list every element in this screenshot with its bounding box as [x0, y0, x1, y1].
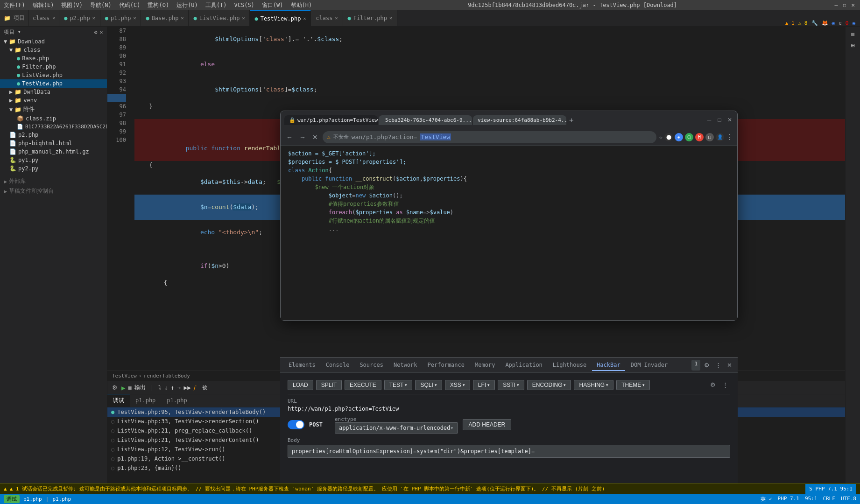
tree-external-libs[interactable]: ▶ 外部库 — [0, 176, 107, 186]
debug-stop-btn[interactable]: ■ — [128, 385, 131, 391]
menu-tools[interactable]: 工具(T) — [205, 1, 227, 9]
tab-basephp[interactable]: ● Base.php ✕ — [141, 10, 189, 26]
tree-phpbiqhtml[interactable]: 📄 php-biqhtml.html — [0, 139, 107, 147]
tree-venv[interactable]: ▶ 📁 venv — [0, 96, 107, 105]
debug-output-btn[interactable]: 输出 — [134, 384, 146, 392]
browser-tab-2[interactable]: view-source:64fa88ab-b9b2-4... ✕ — [473, 115, 566, 125]
devtools-gear-btn[interactable]: ⚙ — [702, 360, 712, 371]
tree-scratches[interactable]: ▶ 草稿文件和控制台 — [0, 186, 107, 196]
class-tab-close[interactable]: ✕ — [52, 15, 55, 21]
tree-basephp[interactable]: ● Base.php — [0, 54, 107, 63]
right-icon-2[interactable]: ⊞ — [851, 42, 854, 49]
minimize-button[interactable]: ─ — [833, 2, 839, 8]
tree-p2php[interactable]: 📄 p2.php — [0, 131, 107, 139]
browser-ext-blue[interactable]: ◈ — [675, 133, 683, 141]
browser-menu-icon[interactable]: ⋮ — [726, 133, 733, 141]
tree-testviewphp[interactable]: ● TestView.php — [0, 79, 107, 88]
hackbar-sqli-dropdown[interactable]: SQLI ▾ — [415, 380, 442, 390]
debug-run-btn[interactable]: ▶ — [121, 384, 125, 392]
debug-step-into[interactable]: ↓ — [164, 384, 168, 391]
tab-listviewphp[interactable]: ● ListView.php ✕ — [189, 10, 250, 26]
devtools-tab-application[interactable]: Application — [500, 360, 547, 371]
devtools-tab-memory[interactable]: Memory — [470, 360, 500, 371]
browser-tab-1[interactable]: 5cba324b-763c-4704-abc6-9... ✕ — [379, 115, 472, 125]
tree-dwnldata[interactable]: ▶ 📁 DwnlData — [0, 88, 107, 96]
debug-evaluate[interactable]: 𝑓 — [194, 384, 196, 392]
menu-refactor[interactable]: 重构(O) — [148, 1, 169, 9]
tab-testviewphp-close[interactable]: ✕ — [303, 16, 306, 21]
tree-filterphp[interactable]: ● Filter.php — [0, 63, 107, 71]
menu-window[interactable]: 窗口(W) — [262, 1, 283, 9]
maximize-button[interactable]: □ — [841, 2, 848, 8]
body-input[interactable] — [288, 445, 730, 458]
browser-ext-red[interactable]: H — [695, 133, 704, 141]
devtools-tab-dominvader[interactable]: DOM Invader — [626, 360, 672, 371]
enctype-select[interactable]: application/x-www-form-urlencoded ▾ — [335, 422, 458, 434]
enable-post-toggle[interactable] — [288, 420, 304, 429]
sidebar-gear-icon[interactable]: ⚙ — [94, 29, 98, 35]
devtools-tab-lighthouse[interactable]: Lighthouse — [548, 360, 591, 371]
tree-py2[interactable]: 🐍 py2.py — [0, 164, 107, 173]
debug-tab-p1php-2[interactable]: p1.php — [161, 394, 192, 407]
tree-download-folder[interactable]: ▼ 📁 Download — [0, 37, 107, 46]
debug-tab-p1php-1[interactable]: p1.php — [130, 394, 161, 407]
tab-listviewphp-close[interactable]: ✕ — [242, 15, 245, 21]
close-button[interactable]: ✕ — [850, 2, 856, 8]
hackbar-theme-dropdown[interactable]: THEME ▾ — [616, 380, 650, 390]
debug-run-cursor[interactable]: → — [177, 384, 181, 391]
devtools-more-btn[interactable]: ⋮ — [713, 360, 723, 371]
tree-b1c7[interactable]: 📄 B1C7733B22A6261F338D2DA5C2D8... — [0, 123, 107, 131]
tab-filterphp[interactable]: ● Filter.php ✕ — [343, 10, 398, 26]
right-icon-1[interactable]: ≡ — [851, 30, 854, 38]
menu-file[interactable]: 文件(F) — [4, 1, 25, 9]
tab-p2php-close[interactable]: ✕ — [92, 15, 95, 21]
project-tab[interactable]: 📁 项目 — [0, 10, 29, 26]
class-tab[interactable]: class ✕ — [29, 10, 59, 26]
browser-ext-person[interactable]: 👤 — [716, 133, 724, 141]
devtools-tab-hackbar[interactable]: HackBar — [592, 360, 625, 371]
address-bar[interactable]: ⚠ 不安全 wan/p1.php?action= TestView — [323, 131, 656, 143]
debug-step-over[interactable]: ⤵ — [158, 384, 162, 391]
tab-p1php-close[interactable]: ✕ — [133, 15, 136, 21]
hackbar-split-btn[interactable]: SPLIT — [316, 380, 342, 390]
status-p1php-2[interactable]: p1.php — [52, 496, 71, 502]
menu-help[interactable]: 帮助(H) — [291, 1, 312, 9]
browser-restore-btn[interactable]: □ — [716, 116, 723, 124]
browser-ext-dark[interactable]: ⬤ — [664, 133, 673, 141]
url-value[interactable]: http://wan/p1.php?action=TestView — [288, 406, 730, 412]
browser-ext-green[interactable]: ⬡ — [685, 133, 693, 141]
tab-basephp-close[interactable]: ✕ — [181, 15, 183, 21]
browser-minimize-btn[interactable]: ─ — [705, 116, 713, 124]
tree-attachments[interactable]: ▼ 📁 附件 — [0, 105, 107, 114]
devtools-tab-performance[interactable]: Performance — [423, 360, 469, 371]
add-header-button[interactable]: ADD HEADER — [463, 419, 512, 430]
menu-run[interactable]: 运行(U) — [176, 1, 198, 9]
tab-class-close[interactable]: ✕ — [335, 15, 338, 21]
hackbar-execute-btn[interactable]: EXECUTE — [345, 380, 381, 390]
menu-view[interactable]: 视图(V) — [61, 1, 83, 9]
tab-p2php[interactable]: ● p2.php ✕ — [59, 10, 100, 26]
menu-code[interactable]: 代码(C) — [119, 1, 141, 9]
hackbar-test-dropdown[interactable]: TEST ▾ — [384, 380, 413, 390]
browser-tab-0[interactable]: 🔒 wan/p1.php?action=TestView ✕ — [284, 115, 378, 125]
devtools-tab-elements[interactable]: Elements — [284, 360, 320, 371]
tree-listviewphp[interactable]: ● ListView.php — [0, 71, 107, 79]
tree-py1[interactable]: 🐍 py1.py — [0, 156, 107, 164]
browser-forward-btn[interactable]: → — [297, 132, 308, 143]
devtools-tab-sources[interactable]: Sources — [355, 360, 388, 371]
tree-class-folder[interactable]: ▼ 📁 class — [0, 46, 107, 54]
devtools-close-btn[interactable]: ✕ — [725, 360, 734, 371]
menu-edit[interactable]: 编辑(E) — [33, 1, 54, 9]
tab-p1php[interactable]: ● p1.php ✕ — [100, 10, 141, 26]
hackbar-more-options-btn[interactable]: ⋮ — [720, 379, 730, 390]
new-tab-button[interactable]: + — [567, 114, 576, 126]
browser-ext-gray[interactable]: □ — [705, 133, 714, 141]
browser-close-btn[interactable]: ✕ — [726, 116, 733, 124]
debug-settings-btn[interactable]: ⚙ — [111, 383, 119, 392]
hackbar-load-btn[interactable]: LOAD — [288, 380, 313, 390]
tree-phpmanual[interactable]: 📄 php_manual_zh.html.gz — [0, 147, 107, 156]
breadcrumb-rendertablebody[interactable]: renderTableBody — [144, 373, 190, 379]
tab-class[interactable]: class ✕ — [311, 10, 343, 26]
hackbar-settings-btn[interactable]: ⚙ — [708, 379, 718, 390]
menu-navigate[interactable]: 导航(N) — [90, 1, 112, 9]
